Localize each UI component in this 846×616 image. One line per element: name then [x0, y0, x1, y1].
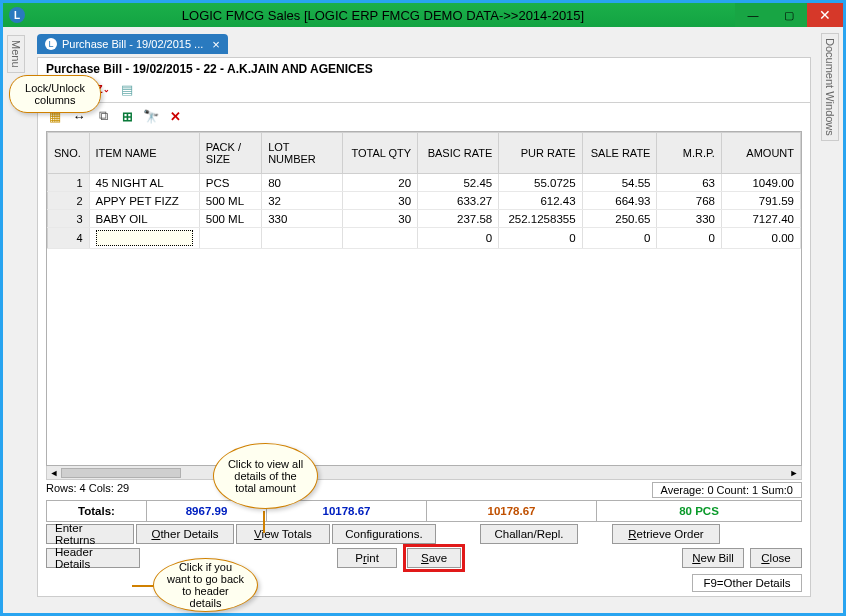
document-tab-label: Purchase Bill - 19/02/2015 ...: [62, 38, 203, 50]
callout-view-totals: Click to view all details of the total a…: [213, 443, 318, 509]
table-row[interactable]: 400000.00: [48, 228, 801, 249]
cell-mrp[interactable]: 0: [657, 228, 721, 249]
delete-icon[interactable]: ✕: [166, 107, 184, 125]
table-row[interactable]: 145 NIGHT ALPCS802052.4555.072554.556310…: [48, 174, 801, 192]
callout-arrow-line: [263, 511, 265, 533]
cell-sno: 2: [48, 192, 90, 210]
document-tab-close-icon[interactable]: ×: [212, 37, 220, 52]
find-icon[interactable]: 🔭: [142, 107, 160, 125]
header-details-button[interactable]: Header Details: [46, 548, 140, 568]
cell-pack[interactable]: [199, 228, 261, 249]
cell-sno: 1: [48, 174, 90, 192]
app-icon: L: [9, 7, 25, 23]
cell-amount[interactable]: 791.59: [721, 192, 800, 210]
col-sno[interactable]: SNO.: [48, 133, 90, 174]
scroll-right-icon[interactable]: ►: [787, 466, 801, 479]
col-qty[interactable]: TOTAL QTY: [343, 133, 418, 174]
window-titlebar: L LOGIC FMCG Sales [LOGIC ERP FMCG DEMO …: [3, 3, 843, 27]
cell-sale[interactable]: 54.55: [582, 174, 657, 192]
cell-sno: 4: [48, 228, 90, 249]
cell-pack[interactable]: 500 ML: [199, 210, 261, 228]
cell-pack[interactable]: PCS: [199, 174, 261, 192]
totals-value-4: 80 PCS: [597, 501, 801, 521]
excel-icon[interactable]: ⊞: [118, 107, 136, 125]
col-sale[interactable]: SALE RATE: [582, 133, 657, 174]
other-details-button[interactable]: Other Details: [136, 524, 234, 544]
window-title: LOGIC FMCG Sales [LOGIC ERP FMCG DEMO DA…: [31, 8, 735, 23]
cell-mrp[interactable]: 63: [657, 174, 721, 192]
cell-qty[interactable]: 30: [343, 210, 418, 228]
close-button[interactable]: Close: [750, 548, 802, 568]
view-totals-button[interactable]: View Totals: [236, 524, 330, 544]
cell-basic[interactable]: 0: [418, 228, 499, 249]
col-mrp[interactable]: M.R.P.: [657, 133, 721, 174]
document-icon[interactable]: ▤: [118, 80, 136, 98]
cell-lot[interactable]: 330: [262, 210, 343, 228]
col-lot[interactable]: LOT NUMBER: [262, 133, 343, 174]
totals-row: Totals: 8967.99 10178.67 10178.67 80 PCS: [46, 500, 802, 522]
cell-sale[interactable]: 0: [582, 228, 657, 249]
configurations-button[interactable]: Configurations.: [332, 524, 436, 544]
grid-stats: Average: 0 Count: 1 Sum:0: [652, 482, 803, 498]
print-button[interactable]: Print: [337, 548, 397, 568]
grid-rowcol-status: Rows: 4 Cols: 29: [46, 482, 129, 498]
scroll-left-icon[interactable]: ◄: [47, 466, 61, 479]
cell-sale[interactable]: 250.65: [582, 210, 657, 228]
col-item[interactable]: ITEM NAME: [89, 133, 199, 174]
cell-mrp[interactable]: 330: [657, 210, 721, 228]
table-row[interactable]: 3BABY OIL500 ML33030237.58252.1258355250…: [48, 210, 801, 228]
callout-arrow-line: [132, 585, 154, 587]
panel-title: Purchase Bill - 19/02/2015 - 22 - A.K.JA…: [38, 58, 810, 78]
enter-returns-button[interactable]: Enter Returns: [46, 524, 134, 544]
cell-item[interactable]: [89, 228, 199, 249]
cell-qty[interactable]: 30: [343, 192, 418, 210]
table-row[interactable]: 2APPY PET FIZZ500 ML3230633.27612.43664.…: [48, 192, 801, 210]
cell-qty[interactable]: 20: [343, 174, 418, 192]
cell-basic[interactable]: 52.45: [418, 174, 499, 192]
window-close-button[interactable]: ✕: [807, 3, 843, 27]
cell-lot[interactable]: 80: [262, 174, 343, 192]
cell-mrp[interactable]: 768: [657, 192, 721, 210]
retrieve-order-button[interactable]: Retrieve Order: [612, 524, 720, 544]
horizontal-scrollbar[interactable]: ◄ ►: [46, 466, 802, 480]
cell-pur[interactable]: 252.1258355: [499, 210, 582, 228]
col-pur[interactable]: PUR RATE: [499, 133, 582, 174]
cell-qty[interactable]: [343, 228, 418, 249]
cell-item[interactable]: 45 NIGHT AL: [89, 174, 199, 192]
cell-lot[interactable]: [262, 228, 343, 249]
items-table: SNO. ITEM NAME PACK / SIZE LOT NUMBER TO…: [47, 132, 801, 249]
col-basic[interactable]: BASIC RATE: [418, 133, 499, 174]
callout-header-details: Click if you want to go back to header d…: [153, 558, 258, 612]
callout-lock-unlock: Lock/Unlock columns: [9, 75, 101, 113]
cell-pur[interactable]: 0: [499, 228, 582, 249]
document-tab[interactable]: L Purchase Bill - 19/02/2015 ... ×: [37, 34, 228, 54]
challan-button[interactable]: Challan/Repl.: [480, 524, 578, 544]
cell-pack[interactable]: 500 ML: [199, 192, 261, 210]
cell-pur[interactable]: 55.0725: [499, 174, 582, 192]
status-hint: F9=Other Details: [692, 574, 802, 592]
cell-basic[interactable]: 237.58: [418, 210, 499, 228]
minimize-button[interactable]: —: [735, 3, 771, 27]
cell-pur[interactable]: 612.43: [499, 192, 582, 210]
totals-value-3: 10178.67: [427, 501, 597, 521]
document-tab-icon: L: [45, 38, 57, 50]
cell-amount[interactable]: 7127.40: [721, 210, 800, 228]
maximize-button[interactable]: ▢: [771, 3, 807, 27]
cell-sno: 3: [48, 210, 90, 228]
col-pack[interactable]: PACK / SIZE: [199, 133, 261, 174]
cell-amount[interactable]: 0.00: [721, 228, 800, 249]
cell-sale[interactable]: 664.93: [582, 192, 657, 210]
cell-item[interactable]: APPY PET FIZZ: [89, 192, 199, 210]
cell-amount[interactable]: 1049.00: [721, 174, 800, 192]
col-amount[interactable]: AMOUNT: [721, 133, 800, 174]
scroll-thumb[interactable]: [61, 468, 181, 478]
copy-icon[interactable]: ⧉: [94, 107, 112, 125]
cell-item[interactable]: BABY OIL: [89, 210, 199, 228]
cell-basic[interactable]: 633.27: [418, 192, 499, 210]
save-button[interactable]: Save: [407, 548, 461, 568]
cell-lot[interactable]: 32: [262, 192, 343, 210]
totals-label: Totals:: [47, 501, 147, 521]
new-bill-button[interactable]: New Bill: [682, 548, 744, 568]
